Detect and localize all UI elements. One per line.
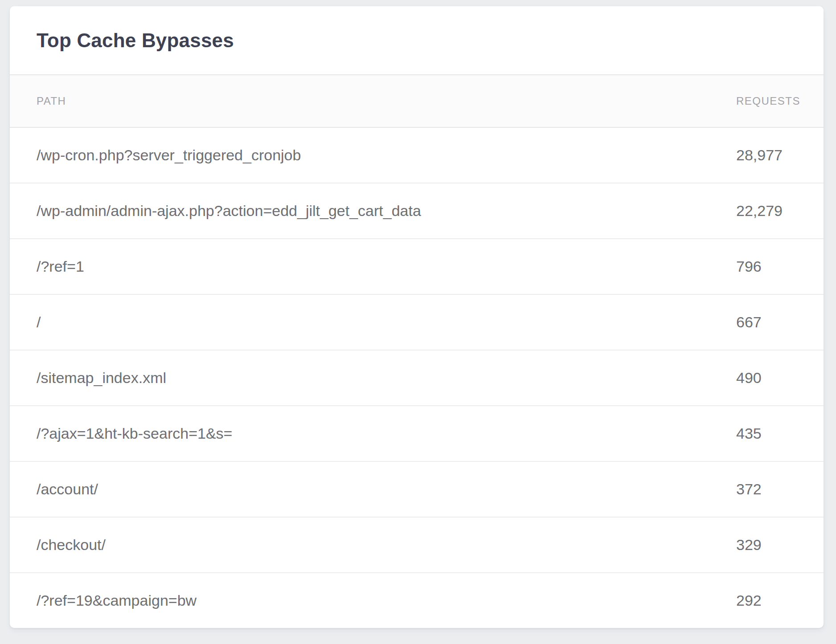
table-row: /?ref=1796 — [10, 239, 824, 294]
table-row: /checkout/329 — [10, 517, 824, 573]
path-cell: /account/ — [10, 461, 736, 517]
path-cell: /wp-cron.php?server_triggered_cronjob — [10, 127, 736, 183]
table-row: /sitemap_index.xml490 — [10, 350, 824, 406]
table-row: /?ajax=1&ht-kb-search=1&s=435 — [10, 406, 824, 461]
requests-cell: 796 — [736, 239, 824, 294]
requests-cell: 292 — [736, 573, 824, 628]
path-cell: /wp-admin/admin-ajax.php?action=edd_jilt… — [10, 183, 736, 239]
requests-cell: 22,279 — [736, 183, 824, 239]
requests-cell: 435 — [736, 406, 824, 461]
path-cell: /?ref=1 — [10, 239, 736, 294]
table-row: /wp-cron.php?server_triggered_cronjob28,… — [10, 127, 824, 183]
column-header-path: PATH — [10, 75, 736, 127]
requests-cell: 490 — [736, 350, 824, 406]
path-cell: /?ajax=1&ht-kb-search=1&s= — [10, 406, 736, 461]
path-cell: / — [10, 294, 736, 350]
requests-cell: 667 — [736, 294, 824, 350]
table-body: /wp-cron.php?server_triggered_cronjob28,… — [10, 127, 824, 628]
requests-cell: 329 — [736, 517, 824, 573]
table-row: /667 — [10, 294, 824, 350]
path-cell: /sitemap_index.xml — [10, 350, 736, 406]
column-header-requests: REQUESTS — [736, 75, 824, 127]
table-row: /account/372 — [10, 461, 824, 517]
cache-bypasses-table: PATH REQUESTS /wp-cron.php?server_trigge… — [10, 75, 824, 628]
table-row: /?ref=19&campaign=bw292 — [10, 573, 824, 628]
table-header: PATH REQUESTS — [10, 75, 824, 127]
path-cell: /checkout/ — [10, 517, 736, 573]
requests-cell: 28,977 — [736, 127, 824, 183]
table-header-row: PATH REQUESTS — [10, 75, 824, 127]
path-cell: /?ref=19&campaign=bw — [10, 573, 736, 628]
card-header: Top Cache Bypasses — [10, 6, 824, 75]
requests-cell: 372 — [736, 461, 824, 517]
table-row: /wp-admin/admin-ajax.php?action=edd_jilt… — [10, 183, 824, 239]
page-title: Top Cache Bypasses — [37, 29, 234, 52]
top-cache-bypasses-card: Top Cache Bypasses PATH REQUESTS /wp-cro… — [10, 6, 824, 628]
